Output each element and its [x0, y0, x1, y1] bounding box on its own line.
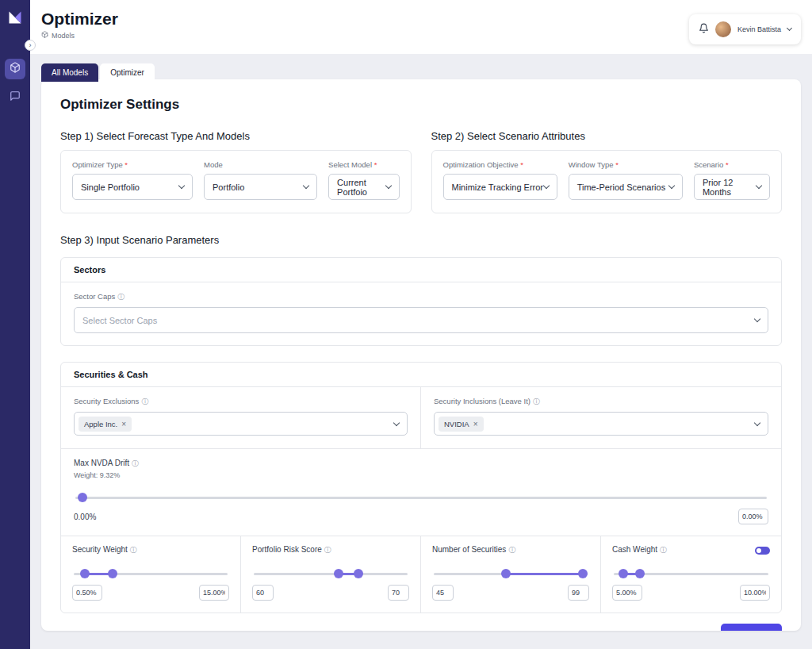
portfolio-risk-score-label: Portfolio Risk Scoreⓘ: [252, 545, 331, 555]
cash-weight-label: Cash Weightⓘ: [612, 545, 667, 555]
cash-weight-max-input[interactable]: [740, 585, 770, 601]
portfolio-risk-score-max-input[interactable]: [388, 585, 409, 601]
security-exclusions-select[interactable]: Apple Inc. ×: [74, 412, 408, 436]
avatar[interactable]: [715, 21, 731, 37]
chip-remove-icon[interactable]: ×: [473, 420, 478, 428]
slider-track[interactable]: [75, 497, 767, 499]
optimizer-type-select[interactable]: Single Portfolio: [72, 174, 193, 200]
required-marker: *: [520, 160, 523, 169]
chevron-down-icon: [178, 182, 185, 189]
cash-weight-toggle[interactable]: [755, 547, 770, 555]
mode-label: Mode: [204, 160, 317, 169]
step1-heading: Step 1) Select Forecast Type And Models: [60, 130, 412, 142]
slider-handle[interactable]: [78, 493, 87, 502]
cash-weight-cell: Cash Weightⓘ: [601, 536, 781, 613]
parameters-row: Security Weightⓘ Portfolio Risk Scoreⓘ: [61, 536, 781, 613]
chevron-down-icon: [385, 182, 391, 189]
chevron-down-icon: [542, 182, 549, 189]
portfolio-risk-score-slider[interactable]: [254, 569, 408, 578]
drift-min-value: 0.00%: [74, 513, 96, 521]
required-marker: *: [726, 160, 729, 169]
number-of-securities-max-input[interactable]: [568, 585, 589, 601]
slider-handle-max[interactable]: [578, 569, 588, 578]
app-logo[interactable]: [7, 10, 23, 29]
sectors-panel: Sectors Sector Capsⓘ Select Sector Caps: [60, 257, 782, 346]
max-nvda-drift-label: Max NVDA Driftⓘ: [74, 459, 768, 469]
tab-all-models[interactable]: All Models: [41, 63, 98, 82]
window-type-label: Window Type *: [569, 160, 683, 169]
chevron-right-icon: ›: [29, 41, 32, 49]
notification-bell-icon[interactable]: [699, 22, 709, 36]
security-weight-max-input[interactable]: [199, 585, 229, 601]
slider-handle-max[interactable]: [635, 569, 645, 578]
slider-handle-min[interactable]: [501, 569, 511, 578]
message-square-icon: [10, 90, 21, 105]
number-of-securities-slider[interactable]: [434, 569, 588, 578]
chevron-down-icon: [393, 419, 400, 425]
window-type-select[interactable]: Time-Period Scenarios: [569, 174, 683, 200]
chip-nvidia: NVIDIA ×: [439, 417, 484, 432]
slider-track[interactable]: [254, 573, 408, 575]
step1-box: Optimizer Type * Single Portfolio Mode P…: [60, 150, 412, 213]
slider-handle-min[interactable]: [334, 569, 343, 578]
chip-apple: Apple Inc. ×: [79, 417, 132, 432]
reset-parameters-button[interactable]: ↺ Reset Parameters: [60, 631, 136, 632]
sector-caps-label: Sector Capsⓘ: [74, 292, 768, 302]
slider-handle-max[interactable]: [354, 569, 363, 578]
slider-handle-max[interactable]: [108, 569, 117, 578]
portfolio-risk-score-min-input[interactable]: [252, 585, 274, 601]
cash-weight-min-input[interactable]: [612, 585, 642, 601]
sidebar-collapse-button[interactable]: ›: [25, 40, 36, 51]
info-icon: ⓘ: [508, 546, 515, 554]
max-nvda-drift-slider[interactable]: [75, 493, 767, 502]
select-model-select[interactable]: Current Portfoio: [328, 174, 399, 200]
number-of-securities-min-input[interactable]: [432, 585, 454, 601]
optimization-objective-select[interactable]: Minimize Tracking Error: [443, 174, 557, 200]
security-weight-slider[interactable]: [74, 569, 228, 578]
info-icon: ⓘ: [324, 546, 331, 554]
securities-cash-title: Securities & Cash: [61, 363, 781, 387]
security-weight-cell: Security Weightⓘ: [61, 536, 241, 613]
sector-caps-select[interactable]: Select Sector Caps: [74, 307, 768, 333]
chevron-down-icon: [668, 182, 675, 189]
drift-weight-note: Weight: 9.32%: [74, 471, 768, 479]
security-inclusions-label: Security Inclusions (Leave It)ⓘ: [434, 397, 768, 407]
step3-heading: Step 3) Input Scenario Parameters: [60, 234, 782, 246]
tab-optimizer[interactable]: Optimizer: [100, 63, 155, 82]
mode-select[interactable]: Portfolio: [204, 174, 317, 200]
sidebar-item-feedback[interactable]: [5, 87, 25, 108]
scenario-label: Scenario *: [694, 160, 770, 169]
breadcrumb-label: Models: [52, 32, 75, 40]
security-weight-label: Security Weightⓘ: [72, 545, 137, 555]
slider-handle-min[interactable]: [80, 569, 90, 578]
user-card: Kevin Battista: [689, 14, 801, 44]
reset-icon: ↺: [60, 631, 67, 632]
chevron-down-icon: [754, 316, 760, 322]
sidebar: [0, 0, 30, 649]
chevron-down-icon[interactable]: [787, 25, 792, 31]
chip-remove-icon[interactable]: ×: [121, 420, 126, 428]
drift-value-input[interactable]: [738, 509, 768, 524]
chevron-down-icon: [756, 182, 762, 189]
tab-bar: All Models Optimizer: [41, 63, 155, 82]
info-icon: ⓘ: [130, 546, 137, 554]
portfolio-risk-score-cell: Portfolio Risk Scoreⓘ: [241, 536, 421, 613]
optimize-button[interactable]: Optimize: [721, 624, 782, 631]
scenario-select[interactable]: Prior 12 Months: [694, 174, 770, 200]
sectors-panel-title: Sectors: [61, 258, 781, 282]
select-model-label: Select Model *: [328, 160, 399, 169]
optimizer-settings-card: Optimizer Settings Step 1) Select Foreca…: [41, 79, 801, 631]
max-nvda-drift-section: Max NVDA Driftⓘ Weight: 9.32% 0.00%: [61, 448, 781, 536]
security-inclusions-select[interactable]: NVIDIA ×: [434, 412, 768, 436]
slider-handle-min[interactable]: [619, 569, 628, 578]
security-weight-min-input[interactable]: [72, 585, 102, 601]
info-icon: ⓘ: [132, 459, 139, 467]
cash-weight-slider[interactable]: [614, 569, 768, 578]
number-of-securities-label: Number of Securitiesⓘ: [432, 545, 515, 555]
sidebar-item-models[interactable]: [5, 59, 25, 79]
required-marker: *: [374, 160, 377, 169]
number-of-securities-cell: Number of Securitiesⓘ: [421, 536, 601, 613]
info-icon: ⓘ: [141, 397, 148, 405]
optimization-objective-label: Optimization Objective *: [443, 160, 557, 169]
info-icon: ⓘ: [117, 293, 124, 301]
